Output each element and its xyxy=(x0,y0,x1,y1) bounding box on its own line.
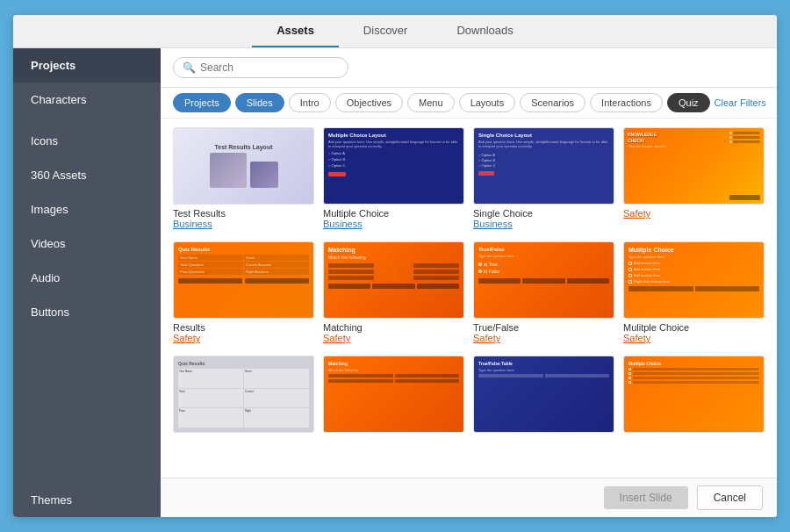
card-title-true-false: True/False xyxy=(473,322,614,333)
top-tabs-bar: Assets Discover Downloads xyxy=(13,15,777,48)
sidebar: Projects Characters Icons 360 Assets Ima… xyxy=(13,48,161,517)
search-input[interactable] xyxy=(200,61,332,74)
chip-layouts[interactable]: Layouts xyxy=(459,93,516,112)
content-area: 🔍 Projects Slides Intro Objectives Menu … xyxy=(161,48,777,517)
sidebar-item-themes[interactable]: Themes xyxy=(13,483,161,517)
sidebar-item-360assets[interactable]: 360 Assets xyxy=(13,158,161,192)
grid-area: Test Results Layout Test Results Busines… xyxy=(161,119,777,478)
sidebar-item-projects[interactable]: Projects xyxy=(13,48,161,83)
insert-slide-button[interactable]: Insert Slide xyxy=(604,486,688,509)
card-single-choice[interactable]: Single Choice Layout Ask your question h… xyxy=(473,127,614,229)
search-bar: 🔍 xyxy=(161,48,777,88)
card-link-true-false[interactable]: Safety xyxy=(473,333,614,343)
card-safety-knowledge[interactable]: KNOWLEDGECHECK! Click the learner should… xyxy=(623,127,765,229)
thumb-row3-mc3: Multiple Choice xyxy=(623,356,765,433)
card-multiple-choice-2[interactable]: Mulitple Choice Type the question here A… xyxy=(623,241,765,343)
chip-scenarios[interactable]: Scenarios xyxy=(520,93,585,112)
tab-assets[interactable]: Assets xyxy=(252,15,339,47)
chip-projects[interactable]: Projects xyxy=(173,93,231,112)
sidebar-item-characters[interactable]: Characters xyxy=(13,83,161,117)
card-link-single-choice[interactable]: Business xyxy=(473,219,614,229)
card-link-multiple-choice[interactable]: Business xyxy=(323,219,464,229)
card-true-false[interactable]: True/False Type the question here a) Tru… xyxy=(473,241,614,343)
card-title-matching: Matching xyxy=(323,322,464,333)
card-link-results[interactable]: Safety xyxy=(173,333,314,343)
sidebar-item-images[interactable]: Images xyxy=(13,192,161,226)
chip-menu[interactable]: Menu xyxy=(407,93,455,112)
card-results[interactable]: Quiz Results Your Name Score Total Quest… xyxy=(173,241,314,343)
filter-row: Projects Slides Intro Objectives Menu La… xyxy=(161,88,777,119)
card-link-multiple-choice-2[interactable]: Safety xyxy=(623,333,765,343)
sidebar-item-audio[interactable]: Audio xyxy=(13,261,161,295)
card-title-multiple-choice-2: Mulitple Choice xyxy=(623,322,765,333)
tab-discover[interactable]: Discover xyxy=(339,15,433,47)
card-link-test-results[interactable]: Business xyxy=(173,219,314,229)
chip-quiz[interactable]: Quiz xyxy=(667,93,710,112)
card-row3-true-false[interactable]: True/False Table Type the question here xyxy=(473,356,614,433)
chip-intro[interactable]: Intro xyxy=(289,93,331,112)
search-input-wrap[interactable]: 🔍 xyxy=(173,57,348,78)
card-multiple-choice[interactable]: Multiple Choice Layout Ask your question… xyxy=(323,127,464,229)
chip-interactions[interactable]: Interactions xyxy=(590,93,663,112)
sidebar-item-icons[interactable]: Icons xyxy=(13,124,161,158)
thumb-row3-matching: Matching Match the following xyxy=(323,356,464,433)
thumb-multiple-choice: Multiple Choice Layout Ask your question… xyxy=(323,127,464,205)
card-title-results: Results xyxy=(173,322,314,333)
body-area: Projects Characters Icons 360 Assets Ima… xyxy=(13,48,777,517)
card-row3-gray[interactable]: Quiz Results Your Name Score Total Corre… xyxy=(173,356,314,433)
thumb-test-results: Test Results Layout xyxy=(173,127,314,205)
bottom-bar: Insert Slide Cancel xyxy=(161,478,777,517)
card-test-results[interactable]: Test Results Layout Test Results Busines… xyxy=(173,127,314,229)
card-link-matching[interactable]: Safety xyxy=(323,333,464,343)
cancel-button[interactable]: Cancel xyxy=(697,485,763,510)
main-window: Assets Discover Downloads Projects Chara… xyxy=(13,15,777,517)
card-matching[interactable]: Matching Match the following → → xyxy=(323,241,464,343)
card-row3-mc3[interactable]: Multiple Choice xyxy=(623,356,765,433)
thumb-true-false: True/False Type the question here a) Tru… xyxy=(473,241,614,319)
card-link-safety-knowledge[interactable]: Safety xyxy=(623,208,765,219)
thumb-safety-knowledge: KNOWLEDGECHECK! Click the learner should… xyxy=(623,127,765,205)
thumb-single-choice: Single Choice Layout Ask your question h… xyxy=(473,127,614,205)
card-title-test-results: Test Results xyxy=(173,208,314,219)
thumb-matching: Matching Match the following → → xyxy=(323,241,464,319)
sidebar-item-buttons[interactable]: Buttons xyxy=(13,295,161,329)
thumb-row3-true-false: True/False Table Type the question here xyxy=(473,356,614,433)
sidebar-item-videos[interactable]: Videos xyxy=(13,226,161,261)
card-title-multiple-choice: Multiple Choice xyxy=(323,208,464,219)
asset-grid: Test Results Layout Test Results Busines… xyxy=(173,127,765,433)
tab-downloads[interactable]: Downloads xyxy=(432,15,537,47)
thumb-quiz-results: Quiz Results Your Name Score Total Quest… xyxy=(173,241,314,319)
card-row3-matching[interactable]: Matching Match the following xyxy=(323,356,464,433)
thumb-multiple-choice-2: Mulitple Choice Type the question here A… xyxy=(623,241,765,319)
clear-filters-link[interactable]: Clear Filters xyxy=(715,97,766,108)
chip-slides[interactable]: Slides xyxy=(235,93,284,112)
thumb-row3-gray: Quiz Results Your Name Score Total Corre… xyxy=(173,356,314,433)
card-title-single-choice: Single Choice xyxy=(473,208,614,219)
chip-objectives[interactable]: Objectives xyxy=(335,93,403,112)
search-icon: 🔍 xyxy=(183,61,196,74)
